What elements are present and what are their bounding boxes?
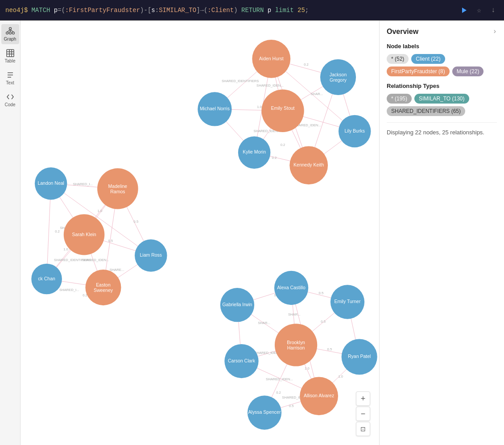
star-icon[interactable]: ☆	[474, 5, 484, 16]
svg-point-131	[275, 324, 317, 366]
svg-text:1.0: 1.0	[63, 247, 68, 251]
svg-point-125	[274, 271, 308, 305]
svg-point-118	[135, 239, 167, 271]
svg-text:SHAR...: SHAR...	[311, 92, 323, 96]
svg-point-98	[320, 59, 356, 95]
zoom-in-button[interactable]: +	[356, 391, 370, 406]
svg-text:1.0: 1.0	[338, 374, 343, 378]
svg-text:SHARED_IDENTIFIERS: SHARED_IDENTIFIERS	[54, 258, 91, 262]
svg-point-3	[12, 32, 14, 34]
svg-point-136	[224, 344, 258, 378]
svg-text:SHARED_IDEN...: SHARED_IDEN...	[256, 83, 284, 87]
divider	[387, 122, 497, 123]
svg-point-129	[220, 288, 254, 322]
panel-header: Overview ›	[387, 28, 497, 36]
right-panel: Overview › Node labels * (52) Client (22…	[379, 21, 504, 445]
sidebar: Graph Table Text Cod	[0, 21, 21, 445]
svg-point-134	[342, 339, 377, 374]
query-bar: neo4j$ MATCH p=(:FirstPartyFraudster)-[s…	[0, 0, 504, 21]
zoom-out-button[interactable]: −	[356, 407, 370, 421]
sidebar-item-text[interactable]: Text	[1, 68, 19, 88]
svg-text:0.5: 0.5	[327, 347, 332, 351]
sidebar-item-graph[interactable]: Graph	[1, 24, 19, 44]
svg-text:SHARED_I...: SHARED_I...	[73, 182, 93, 186]
svg-point-111	[35, 167, 67, 200]
relationship-type-badges: * (195) SIMILAR_TO (130) SHARED_IDENTIFI…	[387, 94, 497, 116]
svg-text:SHAR...: SHAR...	[258, 321, 270, 325]
svg-text:1.0: 1.0	[305, 366, 310, 370]
svg-text:0.5: 0.5	[289, 404, 294, 408]
badge-mule[interactable]: Mule (22)	[452, 67, 484, 76]
svg-point-116	[64, 214, 105, 255]
sidebar-item-code[interactable]: Code	[1, 90, 19, 110]
graph-canvas[interactable]: 0.2 SHARED_IDEN... SHARED_IDENTIFIERS SH…	[21, 21, 379, 445]
svg-point-96	[252, 40, 290, 78]
svg-rect-8	[7, 50, 14, 57]
svg-point-138	[300, 377, 338, 415]
svg-point-120	[31, 264, 62, 295]
node-labels-badges: * (52) Client (22) FirstPartyFraudster (…	[387, 54, 497, 76]
svg-text:0.5: 0.5	[321, 320, 326, 324]
svg-point-1	[9, 28, 11, 30]
relationship-types-section-title: Relationship Types	[387, 83, 497, 89]
sidebar-text-label: Text	[6, 80, 14, 85]
svg-text:0.5: 0.5	[108, 239, 113, 243]
badge-all-rels[interactable]: * (195)	[387, 94, 412, 104]
panel-title: Overview	[387, 28, 418, 36]
svg-point-101	[261, 90, 304, 132]
fit-button[interactable]: ⊡	[356, 422, 370, 436]
svg-point-107	[238, 136, 270, 168]
svg-text:SHAR...: SHAR...	[288, 312, 301, 316]
prompt-label: neo4j$	[5, 7, 28, 14]
svg-point-105	[339, 115, 371, 147]
node-labels-section-title: Node labels	[387, 43, 497, 50]
svg-text:1.0: 1.0	[257, 105, 262, 109]
main-area: Graph Table Text Cod	[0, 21, 504, 445]
svg-text:0.5: 0.5	[319, 291, 324, 295]
svg-point-109	[289, 146, 328, 184]
chevron-right-icon[interactable]: ›	[492, 28, 497, 36]
run-button[interactable]	[458, 4, 470, 17]
display-info: Displaying 22 nodes, 25 relationships.	[387, 129, 497, 136]
badge-first-party-fraudster[interactable]: FirstPartyFraudster (8)	[387, 67, 450, 76]
svg-point-2	[6, 32, 8, 34]
graph-svg: 0.2 SHARED_IDEN... SHARED_IDENTIFIERS SH…	[21, 21, 379, 445]
download-icon[interactable]: ↓	[488, 5, 499, 16]
svg-point-140	[248, 395, 281, 429]
svg-text:0.2: 0.2	[304, 62, 309, 67]
query-text[interactable]: MATCH p=(:FirstPartyFraudster)-[s:SIMILA…	[31, 7, 454, 14]
svg-text:SHARE...: SHARE...	[110, 268, 124, 272]
badge-all-nodes[interactable]: * (52)	[387, 54, 409, 64]
svg-text:0.2: 0.2	[272, 156, 277, 160]
svg-line-7	[10, 30, 13, 32]
svg-text:SHARED_I...: SHARED_I...	[59, 288, 79, 292]
svg-text:0.2: 0.2	[55, 229, 60, 233]
svg-text:0.2: 0.2	[281, 143, 285, 147]
badge-client[interactable]: Client (22)	[411, 54, 445, 64]
badge-similar-to[interactable]: SIMILAR_TO (130)	[414, 94, 469, 104]
svg-text:SHARED_IDENTIFIERS: SHARED_IDENTIFIERS	[222, 79, 259, 83]
svg-point-127	[330, 285, 364, 319]
svg-text:0.2: 0.2	[276, 391, 281, 395]
badge-shared-identifiers[interactable]: SHARED_IDENTIFIERS (65)	[387, 106, 465, 116]
svg-text:1.0: 1.0	[98, 209, 103, 213]
svg-text:SHARED_IDEN...: SHARED_IDEN...	[266, 377, 293, 381]
svg-text:0.5: 0.5	[134, 220, 139, 224]
sidebar-code-label: Code	[5, 102, 16, 107]
svg-point-4	[9, 32, 11, 34]
svg-point-113	[97, 168, 138, 209]
zoom-controls: + − ⊡	[356, 391, 370, 436]
sidebar-table-label: Table	[5, 58, 16, 63]
svg-marker-0	[462, 8, 467, 13]
svg-line-6	[7, 30, 10, 32]
sidebar-item-table[interactable]: Table	[1, 46, 19, 66]
sidebar-graph-label: Graph	[4, 37, 17, 42]
svg-point-103	[198, 92, 231, 126]
svg-point-122	[85, 270, 121, 305]
